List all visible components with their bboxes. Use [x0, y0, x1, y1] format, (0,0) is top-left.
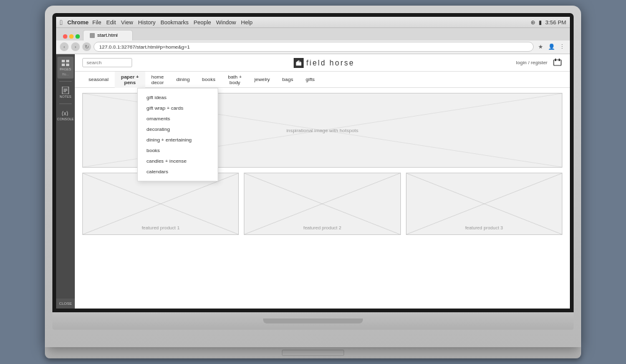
nav-item-seasonal[interactable]: seasonal [82, 74, 115, 85]
nav-bags-label: bags [282, 77, 293, 82]
app-name: Chrome [67, 19, 89, 26]
svg-rect-1 [66, 60, 69, 62]
dropdown-item-calendars[interactable]: calendars [138, 166, 218, 177]
nav-item-home-decor[interactable]: homedecor [145, 72, 170, 88]
tab-favicon [90, 33, 95, 38]
cart-icon[interactable] [552, 59, 562, 67]
featured-product-1-label: featured product 1 [142, 225, 180, 231]
nav-item-bags[interactable]: bags [276, 74, 299, 85]
laptop-base [45, 347, 581, 358]
dropdown-item-dining-entertaining[interactable]: dining + entertaining [138, 135, 218, 145]
sidebar-divider-1 [59, 81, 72, 82]
back-button[interactable]: ‹ [60, 42, 69, 51]
user-icon[interactable]: 👤 [547, 42, 556, 51]
refresh-button[interactable]: ↻ [82, 42, 91, 51]
laptop-hinge [263, 318, 363, 323]
nav-item-books[interactable]: books [196, 74, 221, 85]
close-label: CLOSE [59, 302, 72, 305]
sidebar-item-pages[interactable]: PAGES Ho... [57, 57, 74, 79]
menu-people[interactable]: People [193, 19, 211, 26]
console-label: CONSOLE [57, 117, 74, 121]
console-icon: (x) [61, 109, 70, 117]
apple-logo-icon:  [60, 19, 62, 26]
trackpad[interactable] [282, 350, 344, 356]
notes-label: NOTES [60, 95, 72, 98]
laptop-shell:  Chrome File Edit View History Bookmark… [45, 6, 581, 347]
nav-item-jewelry[interactable]: jewelry [248, 74, 276, 85]
nav-seasonal-label: seasonal [89, 77, 108, 82]
site-nav: seasonal paper +pens homedecor dining [75, 72, 570, 88]
pages-label: PAGES [60, 67, 72, 71]
site-header-right: login / register [516, 59, 562, 67]
menu-window[interactable]: Window [216, 19, 236, 26]
menu-bookmarks[interactable]: Bookmarks [160, 19, 188, 26]
menu-history[interactable]: History [138, 19, 155, 26]
browser-tab[interactable]: start.html [83, 30, 133, 41]
featured-products: featured product 1 featured product 2 [82, 173, 562, 235]
login-register-link[interactable]: login / register [516, 60, 547, 65]
dropdown-item-gift-wrap[interactable]: gift wrap + cards [138, 103, 218, 113]
dropdown-item-decorating[interactable]: decorating [138, 124, 218, 135]
tab-label: start.html [97, 32, 118, 38]
featured-product-1: featured product 1 [82, 173, 239, 235]
screen-bezel:  Chrome File Edit View History Bookmark… [52, 13, 574, 312]
menu-view[interactable]: View [121, 19, 133, 26]
browser-chrome: start.html ‹ › ↻ 127.0.0.1:32767/start.h… [56, 28, 570, 54]
svg-rect-12 [555, 59, 556, 61]
traffic-lights [60, 32, 83, 41]
svg-rect-2 [62, 64, 65, 66]
sidebar-item-notes[interactable]: NOTES [57, 84, 74, 101]
site-content: field horse login / register [75, 54, 570, 309]
site-logo[interactable]: field horse [294, 58, 354, 68]
website-area: PAGES Ho... [56, 54, 570, 309]
nav-item-dining[interactable]: dining [170, 74, 196, 85]
nav-home-label: homedecor [152, 74, 164, 85]
battery-icon: ▮ [539, 19, 542, 26]
nav-books-label: books [202, 77, 215, 82]
dropdown-item-ornaments[interactable]: ornaments [138, 113, 218, 124]
menu-file[interactable]: File [92, 19, 102, 26]
macos-menubar:  Chrome File Edit View History Bookmark… [56, 17, 570, 28]
logo-box-icon [294, 58, 304, 68]
browser-toolbar: ‹ › ↻ 127.0.0.1:32767/start.html#p=home&… [56, 41, 570, 54]
bookmark-star-icon[interactable]: ★ [536, 42, 545, 51]
browser-tabs: start.html [56, 28, 570, 41]
address-text: 127.0.0.1:32767/start.html#p=home&g=1 [99, 44, 190, 50]
nav-paper-label: paper +pens [121, 74, 139, 85]
dropdown-menu: gift ideas gift wrap + cards ornaments d… [137, 88, 218, 181]
maximize-window-button[interactable] [75, 34, 80, 39]
browser-right-icons: ★ 👤 ⋮ [536, 42, 566, 51]
sidebar-item-console[interactable]: (x) CONSOLE [57, 107, 74, 123]
menu-items: File Edit View History Bookmarks People … [92, 19, 253, 26]
site-search-input[interactable] [82, 58, 132, 67]
nav-dining-label: dining [176, 77, 190, 82]
pages-page-name: Ho... [62, 72, 69, 76]
menu-edit[interactable]: Edit [107, 19, 117, 26]
tool-sidebar: PAGES Ho... [56, 54, 75, 309]
forward-button[interactable]: › [71, 42, 80, 51]
featured-product-2-label: featured product 2 [304, 225, 342, 231]
close-button[interactable]: CLOSE [56, 299, 75, 309]
nav-gifts-label: gifts [306, 77, 315, 82]
time-display: 3:56 PM [545, 19, 566, 26]
hero-label: inspirational image with hotspots [286, 128, 359, 133]
menu-help[interactable]: Help [241, 19, 253, 26]
nav-jewelry-label: jewelry [254, 77, 270, 82]
nav-item-gifts[interactable]: gifts [299, 74, 321, 85]
close-window-button[interactable] [63, 34, 67, 39]
nav-item-bath-body[interactable]: bath +body [221, 72, 248, 88]
laptop-screen:  Chrome File Edit View History Bookmark… [56, 17, 570, 309]
dropdown-item-gift-ideas[interactable]: gift ideas [138, 92, 218, 103]
laptop-bottom-bezel [52, 312, 574, 330]
nav-item-paper-pens[interactable]: paper +pens [115, 72, 145, 88]
nav-bath-label: bath +body [228, 74, 241, 85]
dropdown-item-candles[interactable]: candles + incense [138, 156, 218, 166]
svg-text:(x): (x) [62, 110, 69, 116]
featured-product-2: featured product 2 [244, 173, 400, 235]
minimize-window-button[interactable] [69, 34, 74, 39]
dropdown-item-books[interactable]: books [138, 145, 218, 156]
address-bar[interactable]: 127.0.0.1:32767/start.html#p=home&g=1 [94, 42, 534, 52]
svg-rect-0 [62, 60, 65, 62]
menu-dots-icon[interactable]: ⋮ [557, 42, 566, 51]
logo-text: field horse [306, 59, 354, 67]
